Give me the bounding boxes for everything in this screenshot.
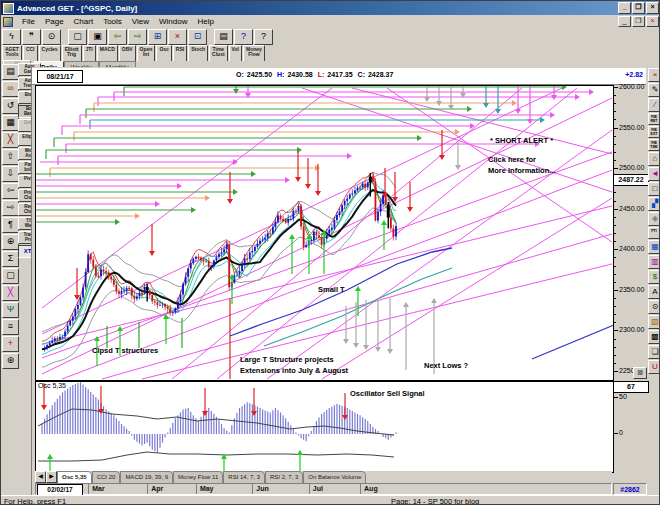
oscillator-pane[interactable]: Osc 5,35Oscillator Sell Signal <box>35 381 614 473</box>
scroll-up-icon[interactable]: ⇧ <box>2 149 19 165</box>
mdi-restore-button[interactable]: ❐ <box>632 16 645 27</box>
study-button-macd[interactable]: MACD <box>97 45 118 62</box>
price-axis[interactable]: 2600.002550.002500.002450.002400.002350.… <box>613 85 647 381</box>
pencil-tool-icon[interactable]: ✎ <box>648 83 660 97</box>
minimize-button[interactable]: _ <box>618 2 631 14</box>
study-button-elliott-trig[interactable]: Elliott Trig <box>62 45 82 62</box>
remove-study-icon[interactable]: ╳ <box>2 132 19 148</box>
close-button[interactable]: × <box>646 2 659 14</box>
wave-label-icon[interactable]: ¶ <box>2 217 19 233</box>
mob-study-icon[interactable]: ▞ <box>648 197 660 211</box>
next-chart-icon[interactable]: ⇨ <box>128 29 147 45</box>
study-button-vol[interactable]: Vol <box>229 45 242 62</box>
menu-page[interactable]: Page <box>40 17 69 26</box>
u-tool-icon[interactable]: U <box>648 360 660 374</box>
open-page-icon[interactable]: ▣ <box>88 29 107 45</box>
menu-view[interactable]: View <box>127 17 154 26</box>
text-tool-icon[interactable]: A <box>648 285 660 299</box>
menu-tools[interactable]: Tools <box>98 17 127 26</box>
palette-icon[interactable]: ▧ <box>648 315 660 329</box>
study-button-osc[interactable]: Osc <box>156 45 171 62</box>
menu-file[interactable]: File <box>17 17 40 26</box>
study-button-cycles[interactable]: Cycles <box>39 45 61 62</box>
chart-page-icon[interactable]: ▤ <box>2 64 19 80</box>
quote-window-icon[interactable]: ❞ <box>22 29 41 45</box>
compress-icon[interactable]: ⊕ <box>2 234 19 250</box>
scroll-down-icon[interactable]: ⇩ <box>2 166 19 182</box>
link-pages-icon[interactable]: ∞ <box>2 81 19 97</box>
options-gear-icon[interactable]: ⊛ <box>2 353 19 369</box>
fib-retrace-icon[interactable]: FIB RET <box>648 113 660 125</box>
scroll-tabs-left-button[interactable]: ◀ <box>35 471 46 483</box>
menu-chart[interactable]: Chart <box>69 17 99 26</box>
new-page-icon[interactable]: ▢ <box>68 29 87 45</box>
study-button-money-flow[interactable]: Money Flow <box>243 45 265 62</box>
mdi-minimize-button[interactable]: _ <box>618 16 631 27</box>
refresh-icon[interactable]: ↺ <box>2 98 19 114</box>
bars-icon[interactable]: ▥ <box>648 255 660 269</box>
study-button-time-clust[interactable]: Time Clust <box>209 45 228 62</box>
mdi-child-icon[interactable] <box>3 17 13 27</box>
pitchfork-tool-icon[interactable]: Ψ <box>2 302 19 318</box>
pointer-tool-icon[interactable]: ϟ <box>2 29 21 45</box>
price-tick <box>613 225 616 226</box>
price-tick <box>613 233 616 234</box>
copy-chart-icon[interactable]: ⊞ <box>148 29 167 45</box>
box-tool-icon[interactable]: □ <box>648 182 660 196</box>
close-chart-icon[interactable]: × <box>648 68 660 82</box>
study-box-icon[interactable]: ▦ <box>2 115 19 131</box>
fib-time-icon[interactable]: FIB TME <box>648 139 660 151</box>
osc-tab-rsi-14-7-3[interactable]: RSI 14, 7, 3 <box>223 471 265 484</box>
study-button-obv[interactable]: OBV <box>119 45 136 62</box>
oscillator-axis[interactable]: 500 <box>613 381 647 471</box>
summation-icon[interactable]: Σ <box>2 251 19 267</box>
crosshair-tool-icon[interactable]: + <box>2 336 19 352</box>
chart-settings-icon[interactable]: ⊡ <box>188 29 207 45</box>
dollar-icon[interactable]: $ <box>648 270 660 284</box>
osc-tab-rsi-2-7-3[interactable]: RSI 2, 7, 3 <box>265 471 303 484</box>
study-button-open-int[interactable]: Open Int <box>137 45 156 62</box>
mdi-close-button[interactable]: × <box>646 16 659 27</box>
osc-tab-cci-20[interactable]: CCI 20 <box>92 471 121 484</box>
pti-study-icon[interactable]: PTI <box>648 227 660 239</box>
magnify-icon[interactable]: ⊙ <box>648 300 660 314</box>
osc-tab-osc-5-35[interactable]: Osc 5,35 <box>57 471 92 484</box>
osc-tab-money-flow-11[interactable]: Money Flow 11 <box>173 471 223 484</box>
scroll-right-icon[interactable]: ⇨ <box>2 200 19 216</box>
price-chart-pane[interactable]: * SHORT ALERT *Click here forMore Inform… <box>35 85 614 381</box>
clear-box-icon[interactable]: ▢ <box>2 268 19 284</box>
osc-tab-macd-19-39-9[interactable]: MACD 19, 39, 9 <box>120 471 173 484</box>
grid2-icon[interactable]: ▩ <box>648 330 660 344</box>
context-help-icon[interactable]: ? <box>254 29 273 45</box>
delete-chart-icon[interactable]: × <box>168 29 187 45</box>
study-button-cci[interactable]: CCI <box>23 45 38 62</box>
scroll-tabs-right-button[interactable]: ▶ <box>46 471 57 483</box>
restore-button[interactable]: ❐ <box>632 2 645 14</box>
zoom-tool-icon[interactable]: ⊙ <box>42 29 61 45</box>
osc-tab-on-balance-volume[interactable]: On Balance Volume <box>303 471 366 484</box>
grid-icon[interactable]: ▦ <box>648 240 660 254</box>
menu-window[interactable]: Window <box>154 17 192 26</box>
prev-chart-icon[interactable]: ⇦ <box>108 29 127 45</box>
study-button-jti[interactable]: JTI <box>83 45 96 62</box>
fib-extension-icon[interactable]: FIB EXT <box>648 126 660 138</box>
lines-tool-icon[interactable]: ╳ <box>2 285 19 301</box>
tb-lines-icon[interactable]: ≡ <box>2 319 19 335</box>
back-arrow-icon[interactable]: ◄ <box>648 167 660 181</box>
axis-settings-button[interactable]: ▥ <box>633 367 647 379</box>
help-icon[interactable]: ? <box>234 29 253 45</box>
scroll-left-icon[interactable]: ⇦ <box>2 183 19 199</box>
menu-help[interactable]: Help <box>192 17 218 26</box>
print-icon[interactable]: ▤ <box>214 29 233 45</box>
study-button-aget-tools[interactable]: AGET Tools <box>2 45 22 62</box>
trendline-tool-icon[interactable]: ∕ <box>648 98 660 112</box>
time-axis[interactable]: 02/02/17 MarAprMayJunJulAug <box>35 483 612 495</box>
price-tick <box>613 144 616 145</box>
diamond-tool-icon[interactable]: ◈ <box>648 212 660 226</box>
study-button-stoch[interactable]: Stoch <box>188 45 208 62</box>
home-view-icon[interactable]: ⌂ <box>648 152 660 166</box>
copy-window-icon[interactable]: ❏ <box>648 345 660 359</box>
month-label-may: May <box>196 484 246 494</box>
price-tick <box>613 274 616 275</box>
study-button-rsi[interactable]: RSI <box>173 45 187 62</box>
